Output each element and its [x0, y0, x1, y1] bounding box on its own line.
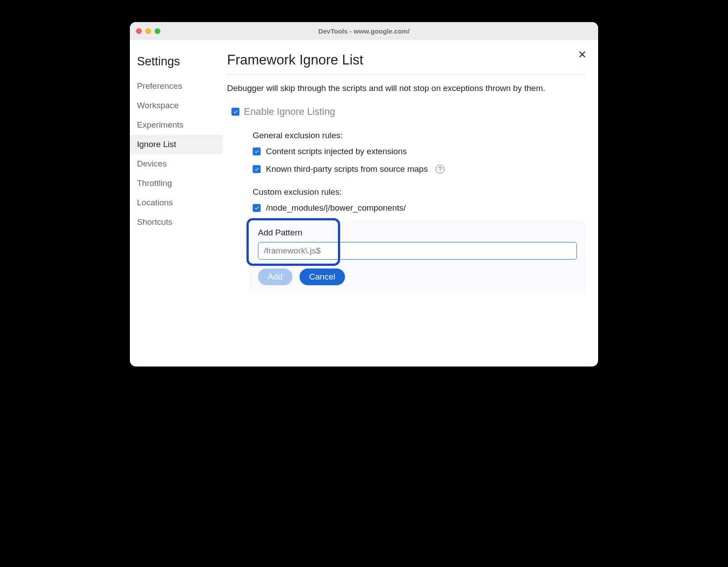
traffic-lights — [136, 28, 160, 34]
sidebar-item-experiments[interactable]: Experiments — [130, 115, 223, 135]
close-icon[interactable]: ✕ — [578, 49, 587, 60]
check-icon — [254, 205, 260, 211]
content-scripts-label: Content scripts injected by extensions — [266, 147, 407, 156]
third-party-row: Known third-party scripts from source ma… — [253, 164, 586, 174]
add-pattern-panel: Add Pattern Add Cancel — [249, 221, 586, 294]
enable-ignore-listing-label: Enable Ignore Listing — [244, 106, 335, 117]
content-area: ✕ Settings Preferences Workspace Experim… — [130, 40, 598, 367]
third-party-checkbox[interactable] — [253, 165, 261, 173]
custom-rule-row: /node_modules/|/bower_components/ — [253, 203, 586, 213]
page-title: Framework Ignore List — [227, 52, 586, 75]
custom-rule-pattern: /node_modules/|/bower_components/ — [266, 203, 406, 213]
sidebar-item-workspace[interactable]: Workspace — [130, 96, 223, 115]
window-minimize-button[interactable] — [145, 28, 151, 34]
custom-rules-label: Custom exclusion rules: — [253, 187, 586, 197]
content-scripts-checkbox[interactable] — [253, 147, 261, 155]
pattern-input[interactable] — [258, 242, 577, 260]
window-maximize-button[interactable] — [155, 28, 160, 34]
add-button[interactable]: Add — [258, 268, 292, 285]
sidebar-item-shortcuts[interactable]: Shortcuts — [130, 212, 223, 232]
enable-ignore-listing-row: Enable Ignore Listing — [231, 106, 586, 117]
sidebar-item-ignore-list[interactable]: Ignore List — [130, 135, 223, 154]
window-title: DevTools - www.google.com/ — [130, 27, 598, 35]
sidebar-item-locations[interactable]: Locations — [130, 193, 223, 212]
cancel-button[interactable]: Cancel — [300, 268, 345, 285]
third-party-label: Known third-party scripts from source ma… — [266, 164, 428, 174]
content-scripts-row: Content scripts injected by extensions — [253, 147, 586, 156]
page-description: Debugger will skip through the scripts a… — [227, 83, 586, 94]
main-panel: Framework Ignore List Debugger will skip… — [223, 40, 598, 367]
titlebar: DevTools - www.google.com/ — [130, 22, 598, 40]
check-icon — [233, 109, 239, 114]
sidebar-item-devices[interactable]: Devices — [130, 154, 223, 174]
button-row: Add Cancel — [258, 268, 577, 285]
custom-rule-checkbox[interactable] — [253, 204, 261, 212]
check-icon — [254, 166, 260, 172]
help-icon[interactable]: ? — [436, 165, 444, 174]
sidebar-item-preferences[interactable]: Preferences — [130, 76, 223, 96]
check-icon — [254, 148, 260, 154]
devtools-window: DevTools - www.google.com/ ✕ Settings Pr… — [130, 22, 598, 367]
settings-sidebar: Settings Preferences Workspace Experimen… — [130, 40, 223, 367]
sidebar-title: Settings — [130, 50, 223, 76]
enable-ignore-listing-checkbox[interactable] — [231, 108, 239, 116]
add-pattern-label: Add Pattern — [258, 228, 577, 238]
sidebar-item-throttling[interactable]: Throttling — [130, 174, 223, 193]
general-rules-label: General exclusion rules: — [253, 131, 586, 140]
window-close-button[interactable] — [136, 28, 142, 34]
